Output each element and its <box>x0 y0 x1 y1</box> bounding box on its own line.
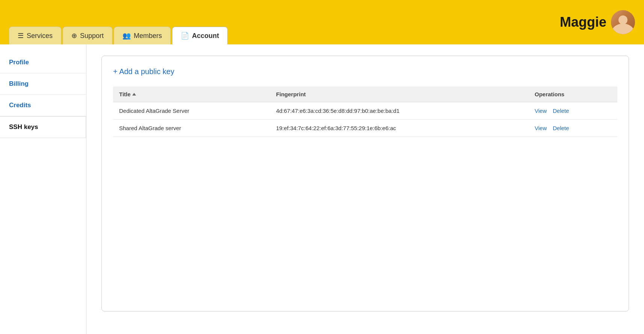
sidebar-item-credits[interactable]: Credits <box>0 95 86 116</box>
sidebar-link-billing[interactable]: Billing <box>9 80 29 87</box>
main-inner: + Add a public key Title Fingerprint <box>101 56 629 311</box>
tab-account[interactable]: 📄 Account <box>172 27 228 44</box>
delete-link-1[interactable]: Delete <box>553 125 569 131</box>
col-fingerprint: Fingerprint <box>270 87 529 102</box>
avatar[interactable] <box>611 10 635 34</box>
keys-table: Title Fingerprint Operations Dedicated <box>113 87 617 137</box>
header: ☰ Services ⊕ Support 👥 Members 📄 Account… <box>0 0 644 44</box>
cell-fingerprint: 19:ef:34:7c:64:22:ef:6a:3d:77:55:29:1e:6… <box>270 120 529 137</box>
cell-operations: ViewDelete <box>529 120 617 137</box>
main-panel: + Add a public key Title Fingerprint <box>86 44 644 334</box>
cell-title: Shared AltaGrade server <box>113 120 270 137</box>
delete-link-0[interactable]: Delete <box>553 108 569 114</box>
list-icon: ☰ <box>18 32 24 40</box>
sort-icon <box>132 93 136 96</box>
tab-support-label: Support <box>80 32 104 40</box>
table-header: Title Fingerprint Operations <box>113 87 617 102</box>
content-wrapper: Profile Billing Credits SSH keys + Add a… <box>0 44 644 334</box>
tab-members[interactable]: 👥 Members <box>114 27 171 44</box>
cell-operations: ViewDelete <box>529 102 617 120</box>
cell-title: Dedicated AltaGrade Server <box>113 102 270 120</box>
sidebar-item-ssh-keys[interactable]: SSH keys <box>0 116 86 138</box>
col-fingerprint-label: Fingerprint <box>276 91 306 97</box>
col-operations-label: Operations <box>535 91 564 97</box>
col-title-label: Title <box>119 91 131 97</box>
account-icon: 📄 <box>181 32 189 40</box>
tab-account-label: Account <box>192 32 219 40</box>
table-body: Dedicated AltaGrade Server4d:67:47:e6:3a… <box>113 102 617 137</box>
col-title[interactable]: Title <box>113 87 270 102</box>
members-icon: 👥 <box>122 32 131 40</box>
support-icon: ⊕ <box>71 32 77 40</box>
sidebar-link-credits[interactable]: Credits <box>9 102 31 109</box>
sidebar-link-profile[interactable]: Profile <box>9 59 29 66</box>
tab-members-label: Members <box>134 32 162 40</box>
sidebar-item-billing[interactable]: Billing <box>0 73 86 95</box>
username: Maggie <box>560 14 606 30</box>
view-link-0[interactable]: View <box>535 108 547 114</box>
sidebar-label-ssh-keys: SSH keys <box>9 123 38 131</box>
add-key-label: + Add a public key <box>113 67 174 76</box>
table-row: Shared AltaGrade server19:ef:34:7c:64:22… <box>113 120 617 137</box>
col-operations: Operations <box>529 87 617 102</box>
cell-fingerprint: 4d:67:47:e6:3a:cd:36:5e:d8:dd:97:b0:ae:b… <box>270 102 529 120</box>
view-link-1[interactable]: View <box>535 125 547 131</box>
tab-services-label: Services <box>27 32 53 40</box>
tab-services[interactable]: ☰ Services <box>9 27 61 44</box>
tab-support[interactable]: ⊕ Support <box>63 27 112 44</box>
add-key-button[interactable]: + Add a public key <box>113 67 174 76</box>
table-row: Dedicated AltaGrade Server4d:67:47:e6:3a… <box>113 102 617 120</box>
sidebar-item-profile[interactable]: Profile <box>0 52 86 73</box>
user-info: Maggie <box>560 10 635 34</box>
nav-tabs: ☰ Services ⊕ Support 👥 Members 📄 Account <box>9 27 228 44</box>
sidebar: Profile Billing Credits SSH keys <box>0 44 86 334</box>
